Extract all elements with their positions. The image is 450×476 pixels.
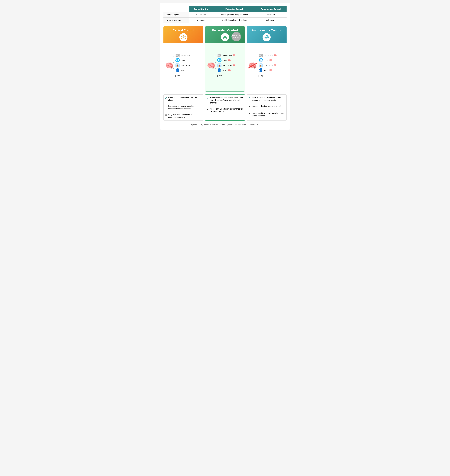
- brain-cross-line: [248, 63, 257, 69]
- card-federated: Federated Control: [205, 26, 245, 92]
- proscon-text-auto-1: Lacks coordination across channels: [252, 105, 282, 107]
- diagram-federated: 🧠 📰 Banner Ads 🧠: [207, 45, 243, 86]
- channel-banner-ads-central: 📰 Banner Ads: [175, 53, 202, 58]
- cross-icon-central-1: ✕: [165, 105, 167, 108]
- card-header-central: Central Control: [163, 26, 203, 43]
- channel-msls-federated: 👤 MSLs 🧠: [217, 68, 243, 72]
- proscons-autonomous: ✓ Experts in each channel can quickly re…: [247, 94, 287, 121]
- card-title-federated: Federated Control: [212, 29, 238, 32]
- card-body-autonomous: 🧠 📰 Banner Ads 🧠 🌐 Email: [247, 43, 287, 92]
- table-header-empty: [163, 6, 189, 12]
- card-header-autonomous: Autonomous Control: [247, 26, 287, 43]
- channel-banner-ads-autonomous: 📰 Banner Ads 🧠: [258, 53, 285, 58]
- brain-federated: 🧠: [207, 62, 216, 70]
- channel-salesreps-federated: 👔 Sales Reps 🧠: [217, 63, 243, 67]
- proscon-auto-0: ✓ Experts in each channel can quickly re…: [247, 94, 286, 103]
- figure-caption: Figures 3: Degree of Autonomy for Expert…: [163, 123, 287, 127]
- svg-point-10: [183, 35, 184, 36]
- proscon-central-0: ✓ Maximum control to select the best cha…: [164, 94, 203, 103]
- cross-icon-auto-1: ✕: [248, 105, 250, 108]
- proscon-text-auto-0: Experts in each channel can quickly resp…: [252, 96, 285, 101]
- table-header-autonomous: Autonomous Control: [255, 6, 287, 12]
- row-label-central-engine: Central Engine: [163, 12, 189, 18]
- proscons-federated: ✓ Balanced benefits of central control w…: [205, 94, 245, 121]
- check-icon-central-0: ✓: [165, 96, 167, 100]
- comparison-table: Central Control Federated Control Autono…: [163, 6, 287, 23]
- card-central: Central Control: [163, 26, 203, 92]
- cell-central-engine-autonomous: No control: [255, 12, 287, 18]
- card-title-autonomous: Autonomous Control: [252, 29, 281, 32]
- channel-msls-autonomous: 👤 MSLs 🧠: [258, 68, 285, 72]
- proscon-text-central-0: Maximum control to select the best chann…: [168, 96, 202, 101]
- cards-row: Central Control: [163, 26, 287, 92]
- svg-rect-17: [223, 39, 227, 39]
- svg-point-6: [181, 36, 182, 36]
- card-title-central: Central Control: [173, 29, 194, 32]
- table-row-central-engine: Central Engine Full control Central guid…: [163, 12, 287, 18]
- svg-point-8: [181, 38, 182, 39]
- card-body-federated: 🧠 📰 Banner Ads 🧠: [205, 43, 245, 92]
- etc-central: Etc.: [175, 74, 202, 78]
- table-row-expert-operators: Expert Operators No control Rapid channe…: [163, 18, 287, 23]
- check-icon-auto-0: ✓: [248, 96, 250, 100]
- svg-point-7: [185, 36, 186, 36]
- proscon-text-federated-0: Balanced benefits of central control wit…: [210, 96, 243, 104]
- cell-expert-operators-central: No control: [189, 18, 213, 23]
- card-autonomous: Autonomous Control: [247, 26, 287, 92]
- cell-central-engine-federated: Central guidance and governance: [213, 12, 255, 18]
- proscon-text-central-1: Impossible to remove complete autonomy f…: [168, 105, 202, 110]
- proscon-text-central-2: Very high requirements on the coordinati…: [168, 113, 202, 119]
- proscon-federated-0: ✓ Balanced benefits of central control w…: [205, 95, 245, 106]
- card-body-central: 🧠 📰 Banner Ads: [163, 43, 203, 92]
- diagram-autonomous: 🧠 📰 Banner Ads 🧠 🌐 Email: [248, 45, 285, 86]
- proscons-central: ✓ Maximum control to select the best cha…: [163, 94, 203, 121]
- svg-rect-12: [224, 37, 224, 38]
- row-label-expert-operators: Expert Operators: [163, 18, 189, 23]
- etc-autonomous: Etc.: [258, 74, 285, 78]
- channel-salesreps-central: 👔 Sales Reps: [175, 63, 202, 67]
- proscon-central-1: ✕ Impossible to remove complete autonomy…: [164, 103, 203, 112]
- channel-msls-central: 👤 MSLs: [175, 68, 202, 72]
- best-for-life-sciences-badge: Best for Life Sciences: [231, 32, 241, 41]
- autonomous-icon: [262, 33, 271, 41]
- svg-point-9: [185, 38, 186, 39]
- proscon-text-federated-1: Needs careful, effective governance for …: [210, 108, 243, 113]
- cell-expert-operators-autonomous: Full control: [255, 18, 287, 23]
- cross-icon-auto-2: ✕: [248, 112, 250, 116]
- proscon-central-2: ✕ Very high requirements on the coordina…: [164, 112, 203, 120]
- proscon-auto-1: ✕ Lacks coordination across channels: [247, 103, 286, 110]
- svg-marker-15: [223, 36, 227, 37]
- check-icon-federated-0: ✓: [207, 97, 208, 100]
- cross-icon-central-2: ✕: [165, 114, 167, 117]
- full-page: Central Control Federated Control Autono…: [160, 3, 290, 130]
- cell-central-engine-central: Full control: [189, 12, 213, 18]
- diagram-central: 🧠 📰 Banner Ads: [165, 45, 202, 86]
- proscon-federated-1: ✕ Needs careful, effective governance fo…: [205, 106, 245, 115]
- channel-salesreps-autonomous: 👔 Sales Reps 🧠: [258, 63, 285, 67]
- card-header-federated: Federated Control: [205, 26, 245, 43]
- cell-expert-operators-federated: Rapid channel-wise decisions: [213, 18, 255, 23]
- brain-autonomous-crossed: 🧠: [248, 62, 257, 70]
- channel-email-central: 🌐 Email: [175, 58, 202, 63]
- brain-central: 🧠: [165, 62, 174, 70]
- federated-icon: [221, 33, 229, 41]
- proscons-row: ✓ Maximum control to select the best cha…: [163, 94, 287, 121]
- central-icon: [179, 33, 188, 41]
- svg-point-19: [266, 37, 267, 38]
- proscon-auto-2: ✕ Lacks the ability to leverage algorith…: [247, 110, 286, 119]
- table-header-central: Central Control: [189, 6, 213, 12]
- channel-email-autonomous: 🌐 Email 🧠: [258, 58, 285, 63]
- table-header-federated: Federated Control: [213, 6, 255, 12]
- channel-email-federated: 🌐 Email 🧠: [217, 58, 243, 63]
- svg-rect-13: [225, 37, 225, 38]
- svg-rect-14: [226, 37, 226, 38]
- etc-federated: Etc.: [217, 74, 243, 78]
- cross-icon-federated-1: ✕: [207, 108, 208, 111]
- proscon-text-auto-2: Lacks the ability to leverage algorithms…: [252, 112, 285, 117]
- channel-banner-ads-federated: 📰 Banner Ads 🧠: [217, 53, 243, 58]
